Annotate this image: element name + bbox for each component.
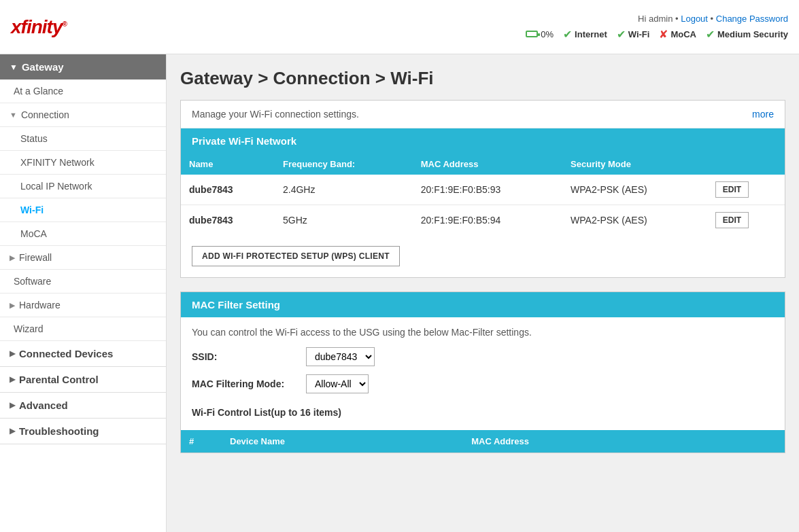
sidebar-item-local-ip-network[interactable]: Local IP Network <box>0 175 166 198</box>
wifi-row-mac: 20:F1:9E:F0:B5:93 <box>413 175 562 205</box>
wifi-row-frequency: 2.4GHz <box>275 175 413 205</box>
wifi-nav-label: Wi-Fi <box>20 205 44 215</box>
private-wifi-header: Private Wi-Fi Network <box>181 128 785 154</box>
sidebar-connection[interactable]: ▼ Connection <box>0 103 166 127</box>
wifi-table-body: dube7843 2.4GHz 20:F1:9E:F0:B5:93 WPA2-P… <box>181 175 785 235</box>
wifi-row-frequency: 5GHz <box>275 205 413 236</box>
firewall-arrow-icon: ▶ <box>10 253 15 262</box>
sidebar-item-moca[interactable]: MoCA <box>0 222 166 246</box>
col-security: Security Mode <box>562 154 707 175</box>
wifi-table-row: dube7843 5GHz 20:F1:9E:F0:B5:94 WPA2-PSK… <box>181 205 785 236</box>
user-nav: Hi admin • Logout • Change Password <box>638 14 788 24</box>
col-mac: MAC Address <box>413 154 562 175</box>
sidebar-parental-control[interactable]: ▶ Parental Control <box>0 367 166 393</box>
control-table-header-row: # Device Name MAC Address <box>181 430 785 453</box>
logo-area: xfinity® <box>11 16 67 38</box>
wifi-table: Name Frequency Band: MAC Address Securit… <box>181 154 785 235</box>
connection-arrow-icon: ▼ <box>10 111 17 119</box>
col-frequency: Frequency Band: <box>275 154 413 175</box>
mac-filter-card: MAC Filter Setting You can control the W… <box>180 291 785 453</box>
wifi-status: ✔ Wi-Fi <box>617 28 650 41</box>
sidebar-troubleshooting[interactable]: ▶ Troubleshooting <box>0 419 166 444</box>
sidebar-item-status[interactable]: Status <box>0 127 166 151</box>
sidebar-connected-devices[interactable]: ▶ Connected Devices <box>0 341 166 367</box>
card-description-row: Manage your Wi-Fi connection settings. m… <box>181 101 785 128</box>
wifi-table-header-row: Name Frequency Band: MAC Address Securit… <box>181 154 785 175</box>
xfinity-network-label: XFINITY Network <box>20 157 95 168</box>
ctrl-col-num: # <box>181 430 222 453</box>
header: xfinity® Hi admin • Logout • Change Pass… <box>0 0 799 54</box>
security-check-icon: ✔ <box>706 28 715 41</box>
ctrl-col-mac: MAC Address <box>463 430 785 453</box>
mac-filter-desc: You can control the Wi-Fi access to the … <box>192 327 774 338</box>
add-wps-client-button[interactable]: ADD WI-FI PROTECTED SETUP (WPS) CLIENT <box>192 246 400 266</box>
ctrl-col-device-name: Device Name <box>222 430 463 453</box>
battery-icon <box>526 31 538 37</box>
wifi-table-row: dube7843 2.4GHz 20:F1:9E:F0:B5:93 WPA2-P… <box>181 175 785 205</box>
header-right: Hi admin • Logout • Change Password 0% ✔… <box>526 14 788 41</box>
mac-filtering-mode-row: MAC Filtering Mode: Allow-All Allow Deny <box>192 374 774 393</box>
wifi-edit-button[interactable]: EDIT <box>715 212 749 228</box>
mac-filter-body: You can control the Wi-Fi access to the … <box>181 317 785 430</box>
wifi-row-security: WPA2-PSK (AES) <box>562 175 707 205</box>
battery-status: 0% <box>526 29 554 39</box>
wifi-label: Wi-Fi <box>628 29 650 39</box>
connected-devices-label: Connected Devices <box>19 348 113 359</box>
gateway-arrow-icon: ▼ <box>10 63 18 72</box>
hardware-arrow-icon: ▶ <box>10 301 15 310</box>
sidebar-item-software[interactable]: Software <box>0 270 166 294</box>
wifi-edit-button[interactable]: EDIT <box>715 181 749 198</box>
sidebar-item-wizard[interactable]: Wizard <box>0 317 166 341</box>
status-label: Status <box>20 133 48 144</box>
change-password-link[interactable]: Change Password <box>716 14 788 24</box>
ssid-label: SSID: <box>192 351 301 362</box>
sidebar-advanced[interactable]: ▶ Advanced <box>0 393 166 419</box>
firewall-label: Firewall <box>19 252 52 263</box>
description-card: Manage your Wi-Fi connection settings. m… <box>180 100 785 278</box>
local-ip-network-label: Local IP Network <box>20 181 92 192</box>
page-title: Gateway > Connection > Wi-Fi <box>180 68 785 89</box>
moca-status: ✘ MoCA <box>659 28 696 41</box>
sidebar-item-at-a-glance[interactable]: At a Glance <box>0 79 166 103</box>
parental-control-arrow-icon: ▶ <box>10 375 15 384</box>
wifi-row-security: WPA2-PSK (AES) <box>562 205 707 236</box>
wifi-check-icon: ✔ <box>617 28 626 41</box>
moca-x-icon: ✘ <box>659 28 668 41</box>
logout-link[interactable]: Logout <box>681 14 708 24</box>
sidebar-hardware[interactable]: ▶ Hardware <box>0 294 166 317</box>
security-label: Medium Security <box>717 29 788 39</box>
advanced-arrow-icon: ▶ <box>10 401 15 410</box>
connection-label: Connection <box>21 109 69 120</box>
wifi-row-edit-cell: EDIT <box>707 205 785 236</box>
control-table: # Device Name MAC Address <box>181 430 785 453</box>
sidebar-item-xfinity-network[interactable]: XFINITY Network <box>0 151 166 175</box>
separator1: • <box>675 14 681 24</box>
more-link[interactable]: more <box>752 109 774 120</box>
sidebar-item-wifi[interactable]: Wi-Fi <box>0 198 166 222</box>
wifi-row-name: dube7843 <box>181 205 275 236</box>
sidebar-gateway[interactable]: ▼ Gateway <box>0 54 166 79</box>
wifi-row-mac: 20:F1:9E:F0:B5:94 <box>413 205 562 236</box>
card-description-text: Manage your Wi-Fi connection settings. <box>192 109 359 120</box>
mac-mode-select[interactable]: Allow-All Allow Deny <box>306 374 369 393</box>
xfinity-logo: xfinity® <box>11 16 67 38</box>
mac-mode-label: MAC Filtering Mode: <box>192 378 301 389</box>
wifi-control-list-label: Wi-Fi Control List(up to 16 items) <box>192 402 774 421</box>
wizard-label: Wizard <box>14 323 44 334</box>
battery-pct: 0% <box>541 29 554 39</box>
troubleshooting-arrow-icon: ▶ <box>10 427 15 436</box>
ssid-select[interactable]: dube7843 <box>306 347 375 366</box>
advanced-label: Advanced <box>19 400 68 411</box>
ssid-row: SSID: dube7843 <box>192 347 774 366</box>
wifi-row-edit-cell: EDIT <box>707 175 785 205</box>
internet-label: Internet <box>575 29 607 39</box>
greeting-text: Hi admin <box>638 14 673 24</box>
sidebar: ▼ Gateway At a Glance ▼ Connection Statu… <box>0 54 167 532</box>
moca-label: MoCA <box>670 29 696 39</box>
internet-check-icon: ✔ <box>563 28 572 41</box>
at-a-glance-label: At a Glance <box>14 86 63 96</box>
mac-filter-header: MAC Filter Setting <box>181 292 785 317</box>
sidebar-firewall[interactable]: ▶ Firewall <box>0 246 166 270</box>
main-content: Gateway > Connection > Wi-Fi Manage your… <box>167 54 799 532</box>
troubleshooting-label: Troubleshooting <box>19 425 99 437</box>
